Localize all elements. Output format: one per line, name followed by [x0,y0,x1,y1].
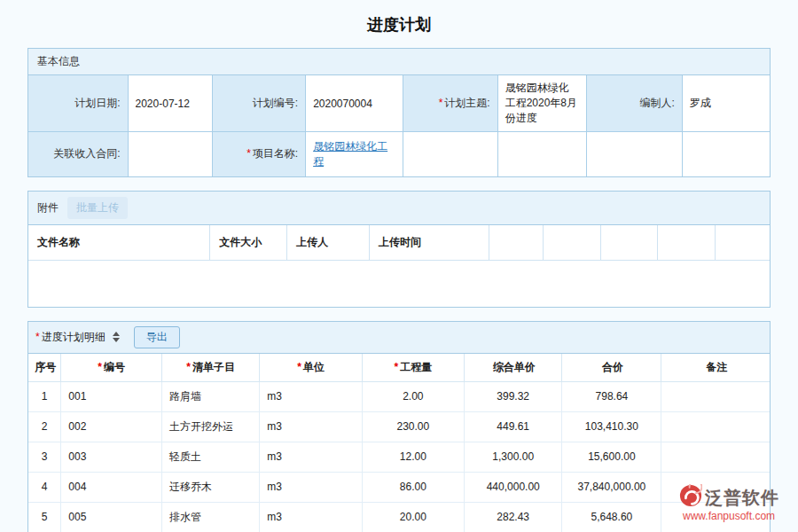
plan-no-value: 2020070004 [306,75,403,132]
cell-code: 003 [61,442,162,472]
cell-total: 103,410.30 [562,411,661,442]
basic-info-table: 计划日期: 2020-07-12 计划编号: 2020070004 *计划主题:… [28,75,770,176]
cell-unitprice: 399.32 [465,381,562,411]
detail-col-unit: *单位 [260,354,362,382]
cell-unitprice: 449.61 [465,411,562,442]
attachments-header-row: 文件名称 文件大小 上传人 上传时间 [28,225,770,261]
attachments-col-empty [489,225,544,261]
attachments-table: 文件名称 文件大小 上传人 上传时间 [28,225,770,261]
table-row: 5 005 排水管 m3 20.00 282.43 5,648.60 [28,502,770,532]
cell-code: 001 [61,381,162,411]
detail-header-row: 序号 *编号 *清单子目 *单位 *工程量 综合单价 合价 备注 [28,354,770,382]
cell-code: 005 [61,502,162,532]
project-link[interactable]: 晟铭园林绿化工程 [313,140,387,168]
sort-up-icon [113,332,120,336]
empty-cell [403,132,497,176]
detail-col-code: *编号 [61,354,162,382]
detail-table: 序号 *编号 *清单子目 *单位 *工程量 综合单价 合价 备注 1 001 路… [28,354,770,532]
attachments-section: 附件 批量上传 文件名称 文件大小 上传人 上传时间 [27,191,771,308]
plan-subject-label: *计划主题: [403,75,497,132]
attachments-col-filename: 文件名称 [28,225,210,261]
basic-info-row-2: 关联收入合同: *项目名称: 晟铭园林绿化工程 [28,132,770,176]
empty-cell [682,132,770,176]
sort-toggle-icon[interactable] [111,332,121,342]
vendor-url: www.fanpusoft.com [679,511,794,522]
cell-unitprice: 1,300.00 [465,442,562,472]
cell-item: 轻质土 [161,442,259,472]
page-root: 进度计划 基本信息 计划日期: 2020-07-12 计划编号: 2020070… [0,0,798,532]
empty-cell [497,132,586,176]
table-row: 3 003 轻质土 m3 12.00 1,300.00 15,600.00 [28,442,770,472]
attachments-header: 附件 批量上传 [28,192,770,225]
table-row: 4 004 迁移乔木 m3 86.00 440,000.00 37,840,00… [28,472,770,502]
cell-item: 迁移乔木 [161,472,259,502]
attachments-title: 附件 [37,200,59,215]
plan-no-label: 计划编号: [212,75,305,132]
cell-quantity: 20.00 [362,502,464,532]
detail-table-body: 1 001 路肩墙 m3 2.00 399.32 798.64 2 002 土方… [28,381,770,532]
cell-index: 5 [28,502,61,532]
attachments-empty-area [28,261,770,307]
attachments-col-empty [600,225,657,261]
attachments-col-empty [658,225,716,261]
cell-unit: m3 [260,472,362,502]
empty-cell [586,132,682,176]
attachments-col-uploadtime: 上传时间 [370,225,489,261]
batch-upload-button[interactable]: 批量上传 [67,197,128,219]
cell-total: 37,840,000.00 [562,472,661,502]
attachments-col-filesize: 文件大小 [210,225,287,261]
cell-quantity: 2.00 [362,381,464,411]
page-title: 进度计划 [27,7,771,48]
required-mark: * [439,97,443,109]
detail-col-total: 合价 [562,354,661,382]
attachments-col-uploader: 上传人 [287,225,370,261]
detail-col-index: 序号 [28,354,61,382]
cell-unitprice: 440,000.00 [465,472,562,502]
cell-code: 002 [61,411,162,442]
detail-section: *进度计划明细 导出 序号 *编号 *清单子目 *单位 *工程量 综合单价 合价… [27,321,771,532]
contract-label: 关联收入合同: [28,132,128,176]
attachments-col-empty [716,225,770,261]
cell-item: 排水管 [161,502,259,532]
cell-unit: m3 [260,381,362,411]
detail-col-remark: 备注 [661,354,770,382]
detail-header: *进度计划明细 导出 [28,322,770,354]
author-value: 罗成 [682,75,770,132]
cell-unit: m3 [260,502,362,532]
plan-date-label: 计划日期: [28,75,128,132]
plan-date-value: 2020-07-12 [128,75,212,132]
cell-item: 路肩墙 [161,381,259,411]
vendor-brand: 泛普软件 [705,488,779,507]
cell-remark [661,381,770,411]
cell-total: 798.64 [562,381,661,411]
cell-total: 15,600.00 [562,442,661,472]
cell-index: 4 [28,472,61,502]
cell-index: 2 [28,411,61,442]
cell-unit: m3 [260,411,362,442]
required-mark: * [35,331,40,343]
plan-subject-value: 晟铭园林绿化工程2020年8月份进度 [497,75,586,132]
cell-quantity: 230.00 [362,411,464,442]
basic-info-row-1: 计划日期: 2020-07-12 计划编号: 2020070004 *计划主题:… [28,75,770,132]
project-label: *项目名称: [212,132,305,176]
cell-quantity: 12.00 [362,442,464,472]
contract-value [128,132,212,176]
table-row: 1 001 路肩墙 m3 2.00 399.32 798.64 [28,381,770,411]
author-label: 编制人: [586,75,682,132]
project-value-cell: 晟铭园林绿化工程 [306,132,403,176]
basic-info-section: 基本信息 计划日期: 2020-07-12 计划编号: 2020070004 *… [27,48,771,177]
cell-code: 004 [61,472,162,502]
cell-total: 5,648.60 [562,502,661,532]
detail-col-item: *清单子目 [161,354,259,382]
cell-unitprice: 282.43 [465,502,562,532]
vendor-watermark: 泛普软件 www.fanpusoft.com [679,484,794,522]
export-button[interactable]: 导出 [134,326,180,348]
cell-index: 1 [28,381,61,411]
cell-unit: m3 [260,442,362,472]
cell-index: 3 [28,442,61,472]
table-row: 2 002 土方开挖外运 m3 230.00 449.61 103,410.30 [28,411,770,442]
basic-info-title: 基本信息 [37,54,80,69]
basic-info-header: 基本信息 [28,49,770,75]
detail-col-quantity: *工程量 [362,354,464,382]
detail-col-unitprice: 综合单价 [465,354,562,382]
